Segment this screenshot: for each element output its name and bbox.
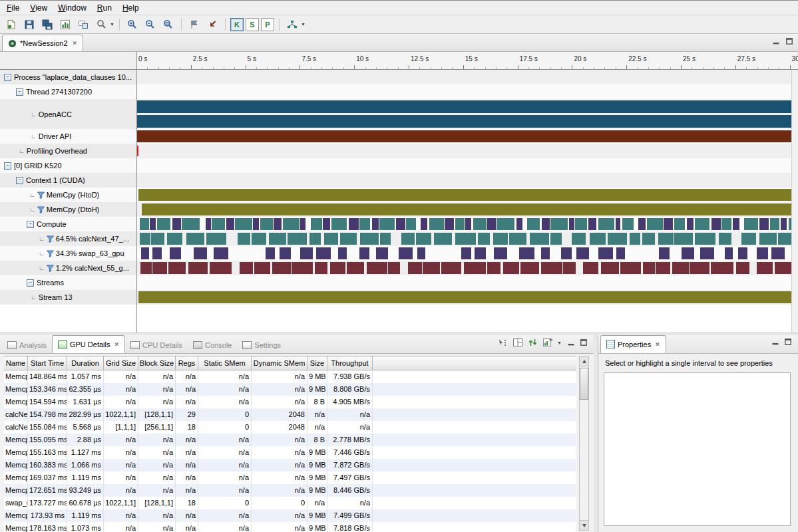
timeline-interval[interactable]	[478, 233, 490, 245]
timeline-interval[interactable]	[421, 218, 427, 230]
table-row[interactable]: Memcpy160.383 ms1.066 msn/an/an/an/an/a9…	[4, 459, 576, 471]
tab-settings[interactable]: Settings	[237, 336, 286, 353]
timeline-interval[interactable]	[331, 218, 347, 230]
timeline-interval[interactable]	[643, 262, 654, 274]
column-header-dynamic-smem[interactable]: Dynamic SMem	[252, 356, 307, 370]
timeline-lane-profiling-overhead[interactable]	[136, 144, 798, 158]
timeline-interval[interactable]	[401, 233, 415, 245]
export-icon[interactable]	[543, 338, 552, 346]
timeline-interval[interactable]	[473, 218, 487, 230]
timeline-interval[interactable]	[601, 262, 619, 274]
pointer-icon[interactable]	[498, 338, 507, 346]
timeline-interval[interactable]	[150, 218, 156, 230]
search-icon[interactable]	[93, 17, 109, 33]
timeline-interval[interactable]	[687, 218, 694, 230]
timeline-interval[interactable]	[253, 218, 258, 230]
timeline-interval[interactable]	[235, 218, 252, 230]
save-all-icon[interactable]	[39, 17, 55, 33]
timeline-interval[interactable]	[288, 233, 307, 245]
table-row[interactable]: Memcpy178.163 ms1.073 msn/an/an/an/an/a9…	[4, 522, 576, 532]
timeline-interval[interactable]	[638, 218, 646, 230]
timeline-interval[interactable]	[695, 218, 709, 230]
timeline-interval[interactable]	[695, 233, 715, 245]
timeline-interval[interactable]	[690, 262, 709, 274]
filter-icon[interactable]	[47, 235, 54, 243]
tree-row-0-grid-k520[interactable]: −[0] GRID K520	[0, 158, 136, 173]
timeline-interval[interactable]	[503, 262, 519, 274]
timeline-interval[interactable]	[434, 233, 452, 245]
timeline-interval[interactable]	[519, 247, 534, 259]
timeline-interval[interactable]	[417, 247, 425, 259]
timeline-interval[interactable]	[186, 233, 204, 245]
timeline-interval[interactable]	[542, 218, 550, 230]
sync-icon[interactable]	[528, 338, 537, 346]
timeline-interval[interactable]	[465, 218, 471, 230]
timeline-interval[interactable]	[254, 262, 270, 274]
timeline-interval[interactable]	[416, 233, 431, 245]
timeline-interval[interactable]	[406, 218, 416, 230]
timeline-interval[interactable]	[388, 262, 399, 274]
tab-console[interactable]: Console	[188, 336, 237, 353]
chevron-down-icon[interactable]: ▼	[110, 22, 114, 27]
timeline-interval[interactable]	[292, 262, 313, 274]
timeline-interval[interactable]	[152, 262, 166, 274]
tree-timeline-divider[interactable]	[136, 52, 137, 332]
column-header-static-smem[interactable]: Static SMem	[198, 356, 252, 370]
timeline-interval[interactable]	[141, 247, 149, 259]
timeline-interval[interactable]	[550, 218, 568, 230]
collapse-toggle-icon[interactable]: −	[27, 279, 34, 287]
timeline-interval[interactable]	[182, 218, 200, 230]
timeline-interval[interactable]	[576, 247, 589, 259]
timeline-interval[interactable]	[575, 218, 587, 230]
timeline-interval[interactable]	[338, 247, 347, 259]
maximize-icon[interactable]	[786, 38, 793, 45]
tab-gpu-details[interactable]: GPU Details✕	[52, 335, 125, 353]
timeline-interval[interactable]	[272, 262, 291, 274]
timeline-interval[interactable]	[429, 218, 443, 230]
new-session-icon[interactable]	[3, 17, 19, 33]
timeline-interval[interactable]	[608, 233, 626, 245]
timeline-interval[interactable]	[781, 218, 787, 230]
timeline-interval[interactable]	[212, 218, 224, 230]
timeline-interval[interactable]	[170, 247, 181, 259]
collapse-toggle-icon[interactable]: −	[4, 74, 11, 81]
timeline-interval[interactable]	[757, 247, 768, 259]
tree-row-process-laplace-data-clauses-10[interactable]: −Process "laplace_data_clauses 10...	[0, 70, 136, 84]
timeline-interval[interactable]	[721, 218, 731, 230]
timeline-interval[interactable]	[744, 218, 758, 230]
timeline-interval[interactable]	[380, 233, 391, 245]
timeline-interval[interactable]	[711, 218, 721, 230]
minimize-icon[interactable]	[568, 339, 574, 346]
timeline-interval[interactable]	[140, 262, 152, 274]
go-to-source-icon[interactable]	[204, 17, 220, 33]
table-row[interactable]: Memcpy169.037 ms1.119 msn/an/an/an/an/a9…	[4, 471, 576, 484]
timeline-interval[interactable]	[659, 247, 669, 259]
timeline-interval[interactable]	[280, 247, 290, 259]
timeline-lane-memcpy-dtoh[interactable]	[136, 202, 798, 217]
column-header-regs[interactable]: Regs	[176, 356, 198, 370]
timeline-interval[interactable]	[157, 218, 170, 230]
timeline-interval[interactable]	[569, 218, 574, 230]
column-header-throughput[interactable]: Throughput	[327, 356, 373, 370]
column-header-block-size[interactable]: Block Size	[138, 356, 176, 370]
timeline-interval[interactable]	[359, 247, 369, 259]
maximize-icon[interactable]	[580, 339, 587, 346]
table-row[interactable]: calcNext155.084 ms5.568 µs[1,1,1][256,1,…	[4, 421, 576, 434]
scrollbar-thumb[interactable]	[580, 368, 588, 400]
tree-row-1-2-calcnext-55-g[interactable]: ∟1.2% calcNext_55_g...	[0, 261, 136, 275]
timeline-interval[interactable]	[316, 247, 331, 259]
timeline-interval[interactable]	[674, 233, 692, 245]
timeline-interval[interactable]	[664, 218, 674, 230]
timeline-interval[interactable]	[210, 262, 232, 274]
collapse-toggle-icon[interactable]: −	[4, 162, 11, 170]
analysis-run-icon[interactable]	[284, 17, 300, 33]
timeline-interval[interactable]	[620, 262, 641, 274]
timeline-interval[interactable]	[214, 247, 229, 259]
close-icon[interactable]: ✕	[73, 40, 78, 47]
timeline-lane-openacc[interactable]	[136, 99, 798, 129]
column-header-grid-size[interactable]: Grid Size	[104, 356, 138, 370]
close-icon[interactable]: ✕	[655, 341, 660, 348]
timeline-interval[interactable]	[188, 262, 208, 274]
timeline-interval[interactable]	[300, 247, 313, 259]
timeline-interval[interactable]	[541, 247, 550, 259]
